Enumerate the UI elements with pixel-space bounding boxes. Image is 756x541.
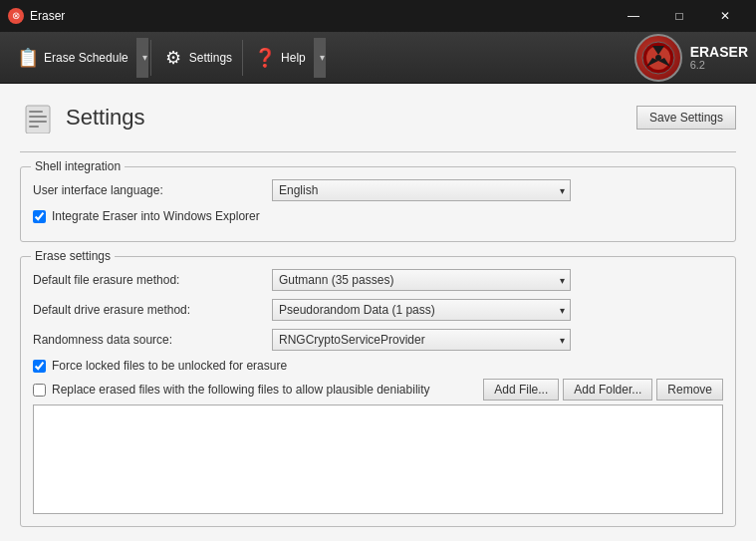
svg-rect-5 — [29, 116, 47, 118]
file-method-row: Default file erasure method: Gutmann (35… — [33, 269, 723, 291]
add-file-button[interactable]: Add File... — [483, 379, 559, 401]
toolbar-separator-2 — [242, 40, 243, 76]
remove-button[interactable]: Remove — [656, 379, 723, 401]
file-method-label: Default file erasure method: — [33, 273, 272, 287]
file-list-box — [33, 405, 723, 514]
language-label: User interface language: — [33, 183, 272, 197]
language-select-wrapper: English Deutsch Français Español 中文 — [272, 179, 571, 201]
erase-settings-section: Erase settings Default file erasure meth… — [20, 256, 736, 527]
drive-method-select-wrapper: Pseudorandom Data (1 pass) Gutmann (35 p… — [272, 299, 571, 321]
settings-title-group: Settings — [20, 100, 145, 135]
minimize-button[interactable]: — — [611, 0, 656, 32]
help-dropdown-arrow-icon: ▾ — [320, 52, 325, 63]
settings-header: Settings Save Settings — [20, 100, 736, 135]
svg-rect-7 — [29, 126, 39, 128]
header-divider — [20, 151, 736, 152]
window-controls: — □ ✕ — [611, 0, 748, 32]
replace-files-checkbox[interactable] — [33, 384, 46, 397]
integrate-checkbox[interactable] — [33, 210, 46, 223]
randomness-row: Randomness data source: RNGCryptoService… — [33, 329, 723, 351]
force-locked-label: Force locked files to be unlocked for er… — [52, 359, 287, 373]
content-area: Settings Save Settings Shell integration… — [0, 84, 756, 541]
help-icon: ❓ — [253, 46, 277, 70]
add-folder-button[interactable]: Add Folder... — [563, 379, 652, 401]
maximize-button[interactable]: □ — [656, 0, 702, 32]
settings-label: Settings — [189, 51, 232, 65]
randomness-select-wrapper: RNGCryptoServiceProvider Havege Fortuna — [272, 329, 571, 351]
randomness-label: Randomness data source: — [33, 333, 272, 347]
close-button[interactable]: ✕ — [702, 0, 748, 32]
shell-section-legend: Shell integration — [31, 159, 125, 173]
settings-button[interactable]: ⚙ Settings — [153, 38, 240, 78]
erase-schedule-dropdown[interactable]: ▾ — [136, 38, 148, 78]
shell-integration-section: Shell integration User interface languag… — [20, 166, 736, 242]
dropdown-arrow-icon: ▾ — [142, 52, 147, 63]
randomness-select[interactable]: RNGCryptoServiceProvider Havege Fortuna — [272, 329, 571, 351]
eraser-logo-name: ERASER — [690, 45, 748, 59]
force-locked-checkbox[interactable] — [33, 360, 46, 373]
erase-schedule-icon: 📋 — [16, 46, 40, 70]
eraser-logo-icon — [634, 34, 682, 82]
erase-schedule-label: Erase Schedule — [44, 51, 128, 65]
erase-schedule-button[interactable]: 📋 Erase Schedule — [8, 38, 136, 78]
eraser-logo: ERASER 6.2 — [634, 34, 748, 82]
title-bar: ⊗ Eraser — □ ✕ — [0, 0, 756, 32]
language-row: User interface language: English Deutsch… — [33, 179, 723, 201]
drive-method-select[interactable]: Pseudorandom Data (1 pass) Gutmann (35 p… — [272, 299, 571, 321]
save-settings-button[interactable]: Save Settings — [636, 106, 736, 130]
language-select[interactable]: English Deutsch Français Español 中文 — [272, 179, 571, 201]
erase-section-legend: Erase settings — [31, 249, 115, 263]
integrate-label: Integrate Eraser into Windows Explorer — [52, 209, 260, 223]
svg-rect-3 — [26, 106, 50, 134]
eraser-logo-version: 6.2 — [690, 59, 748, 71]
replace-files-label: Replace erased files with the following … — [52, 383, 430, 397]
settings-page-icon — [20, 100, 56, 135]
integrate-row: Integrate Eraser into Windows Explorer — [33, 209, 723, 223]
svg-rect-6 — [29, 121, 47, 123]
help-dropdown[interactable]: ▾ — [314, 38, 326, 78]
drive-method-row: Default drive erasure method: Pseudorand… — [33, 299, 723, 321]
toolbar-separator-1 — [150, 40, 151, 76]
app-title: Eraser — [30, 9, 611, 23]
svg-rect-4 — [29, 111, 43, 113]
help-button[interactable]: ❓ Help — [245, 38, 314, 78]
file-method-select-wrapper: Gutmann (35 passes) DoD 5220.22-M (7 pas… — [272, 269, 571, 291]
file-method-select[interactable]: Gutmann (35 passes) DoD 5220.22-M (7 pas… — [272, 269, 571, 291]
help-label: Help — [281, 51, 306, 65]
app-icon: ⊗ — [8, 8, 24, 24]
settings-icon: ⚙ — [161, 46, 185, 70]
page-title: Settings — [66, 105, 145, 131]
toolbar: 📋 Erase Schedule ▾ ⚙ Settings ❓ Help ▾ — [0, 32, 756, 84]
drive-method-label: Default drive erasure method: — [33, 303, 272, 317]
force-locked-row: Force locked files to be unlocked for er… — [33, 359, 723, 373]
replace-files-row: Replace erased files with the following … — [33, 379, 723, 401]
